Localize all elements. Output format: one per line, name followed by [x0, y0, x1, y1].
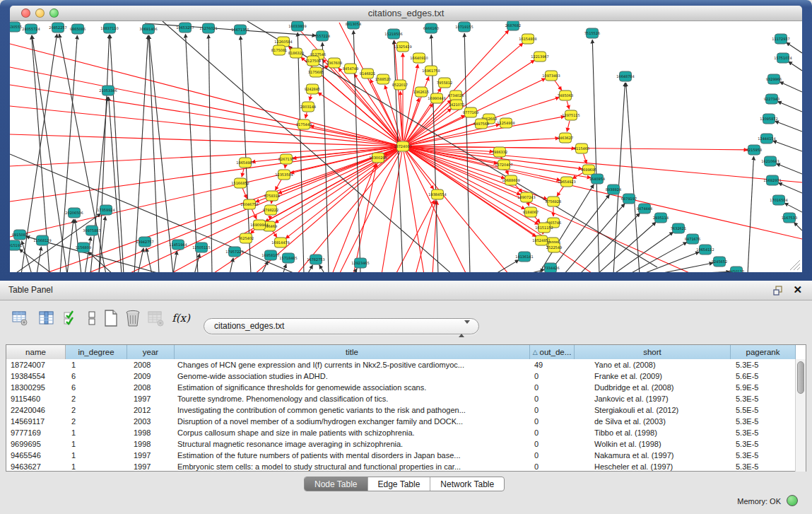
graph-node[interactable]: 9798222 — [263, 205, 278, 215]
graph-node[interactable]: 12213967 — [531, 52, 548, 62]
graph-edge[interactable] — [748, 156, 754, 272]
memory-indicator-icon[interactable] — [787, 495, 798, 506]
graph-node[interactable]: 6734028 — [448, 90, 464, 100]
graph-node[interactable]: 12444154 — [758, 134, 775, 144]
graph-node[interactable]: 7515526 — [584, 28, 600, 38]
float-panel-icon[interactable] — [772, 285, 784, 296]
table-cell[interactable]: 2 — [66, 416, 127, 427]
graph-edge[interactable] — [555, 81, 562, 90]
graph-edge[interactable] — [319, 265, 325, 272]
graph-node[interactable]: 10654112 — [696, 245, 714, 255]
graph-edge[interactable] — [318, 93, 399, 144]
graph-node[interactable]: 6466160 — [423, 23, 439, 33]
graph-edge[interactable] — [60, 35, 77, 272]
graph-edge[interactable] — [557, 187, 563, 197]
table-cell[interactable]: Tibbo et al. (1998) — [575, 427, 731, 438]
table-cell[interactable]: 0 — [530, 416, 575, 427]
graph-node[interactable]: 2367608 — [326, 58, 342, 68]
table-cell[interactable]: 5.9E-5 — [731, 382, 796, 393]
graph-node[interactable]: 18837110 — [100, 23, 118, 33]
table-cell[interactable]: Wolkin et al. (1998) — [575, 438, 731, 450]
graph-edge[interactable] — [305, 112, 307, 118]
graph-node[interactable]: 3175685 — [308, 67, 324, 77]
graph-node[interactable]: 9245652 — [712, 257, 727, 267]
table-cell[interactable]: Dudbridge et al. (2008) — [575, 382, 731, 393]
graph-node[interactable]: 9463627 — [558, 133, 573, 143]
graph-node[interactable]: 9865086 — [70, 24, 86, 34]
graph-edge[interactable] — [242, 188, 247, 198]
graph-node[interactable]: 16958107 — [261, 250, 279, 260]
table-cell[interactable]: 5.3E-5 — [731, 416, 796, 427]
table-cell[interactable]: Yano et al. (2008) — [575, 359, 731, 370]
vertical-scrollbar[interactable] — [795, 359, 806, 472]
table-cell[interactable]: Estimation of the future numbers of pati… — [175, 450, 530, 461]
graph-node[interactable]: 9146821 — [360, 69, 375, 78]
table-cell[interactable]: 5.3E-5 — [731, 393, 796, 404]
graph-node[interactable]: 7986332 — [492, 147, 507, 157]
graph-edge[interactable] — [572, 173, 584, 179]
table-cell[interactable]: Jankovic et al. (1997) — [575, 393, 731, 404]
graph-node[interactable]: 16033809 — [288, 21, 306, 31]
graph-edge[interactable] — [776, 163, 802, 174]
graph-edge[interactable] — [584, 154, 587, 164]
graph-edge[interactable] — [671, 271, 730, 272]
table-cell[interactable]: 2012 — [127, 404, 175, 416]
table-cell[interactable]: 1997 — [127, 461, 175, 472]
graph-node[interactable]: 8175081 — [271, 45, 287, 55]
graph-edge[interactable] — [778, 183, 802, 193]
graph-node[interactable]: 7557224 — [314, 31, 330, 41]
network-selector[interactable]: citations_edges.txt — [204, 318, 479, 334]
table-cell[interactable]: 6 — [66, 382, 127, 393]
table-cell[interactable]: 0 — [530, 450, 575, 461]
graph-node[interactable]: 8186328 — [288, 48, 304, 58]
graph-node[interactable]: 15718485 — [279, 253, 297, 263]
table-cell[interactable]: 1997 — [127, 450, 175, 461]
graph-edge[interactable] — [406, 103, 433, 141]
graph-edge[interactable] — [173, 251, 177, 272]
column-header-short[interactable]: short — [575, 345, 731, 359]
table-cell[interactable]: Hescheler et al. (1997) — [575, 461, 731, 472]
graph-node[interactable]: 1156809 — [76, 243, 91, 252]
table-cell[interactable]: 2 — [66, 404, 127, 416]
graph-node[interactable]: 9699695 — [581, 165, 596, 175]
graph-edge[interactable] — [230, 258, 233, 272]
graph-node[interactable]: 15218506 — [384, 29, 402, 39]
table-cell[interactable]: 0 — [530, 438, 575, 450]
function-builder-icon[interactable]: f(x) — [171, 308, 191, 328]
graph-nodes[interactable]: 1872400712260584817508181863289127546912… — [10, 21, 797, 272]
graph-node[interactable]: 9115460 — [574, 144, 589, 153]
graph-node[interactable]: 18654987 — [236, 158, 254, 168]
table-cell[interactable]: 2008 — [127, 382, 175, 393]
table-cell[interactable]: 1 — [66, 427, 127, 438]
graph-node[interactable]: 20852257 — [49, 23, 66, 33]
table-row[interactable]: 1938455462009Genome-wide association stu… — [6, 370, 806, 382]
graph-edge[interactable] — [307, 265, 313, 272]
graph-node[interactable]: 10653257 — [176, 23, 194, 33]
graph-node[interactable]: 20206506 — [65, 208, 83, 218]
table-cell[interactable]: Disruption of a novel member of a sodium… — [175, 416, 530, 427]
scrollbar-thumb[interactable] — [797, 361, 804, 394]
graph-edge[interactable] — [775, 121, 802, 132]
graph-node[interactable]: 21053346 — [99, 86, 117, 95]
new-table-icon[interactable] — [101, 308, 121, 328]
graph-node[interactable]: 10719155 — [455, 22, 473, 32]
table-cell[interactable]: 1998 — [127, 438, 175, 450]
graph-edge[interactable] — [408, 138, 559, 146]
graph-node[interactable]: 16046756 — [240, 199, 258, 209]
table-cell[interactable]: 5.3E-5 — [731, 359, 796, 370]
graph-node[interactable]: 13942757 — [136, 237, 153, 247]
graph-node[interactable]: 6497568 — [473, 119, 489, 129]
table-cell[interactable]: 9699695 — [6, 438, 66, 450]
graph-node[interactable]: 9777169 — [463, 107, 478, 117]
graph-node[interactable]: 16154808 — [519, 34, 536, 44]
table-cell[interactable]: Estimation of significance thresholds fo… — [175, 382, 530, 393]
graph-node[interactable]: 8471676 — [685, 234, 700, 244]
graph-edge[interactable] — [353, 164, 377, 272]
table-cell[interactable]: Tourette syndrome. Phenomenology and cla… — [175, 393, 530, 404]
table-cell[interactable]: 0 — [530, 393, 575, 404]
table-cell[interactable]: 22420046 — [6, 404, 66, 416]
graph-edge[interactable] — [406, 151, 434, 189]
graph-edge[interactable] — [416, 201, 436, 272]
table-cell[interactable]: 0 — [530, 382, 575, 393]
table-cell[interactable]: Changes of HCN gene expression and I(f) … — [175, 359, 530, 370]
